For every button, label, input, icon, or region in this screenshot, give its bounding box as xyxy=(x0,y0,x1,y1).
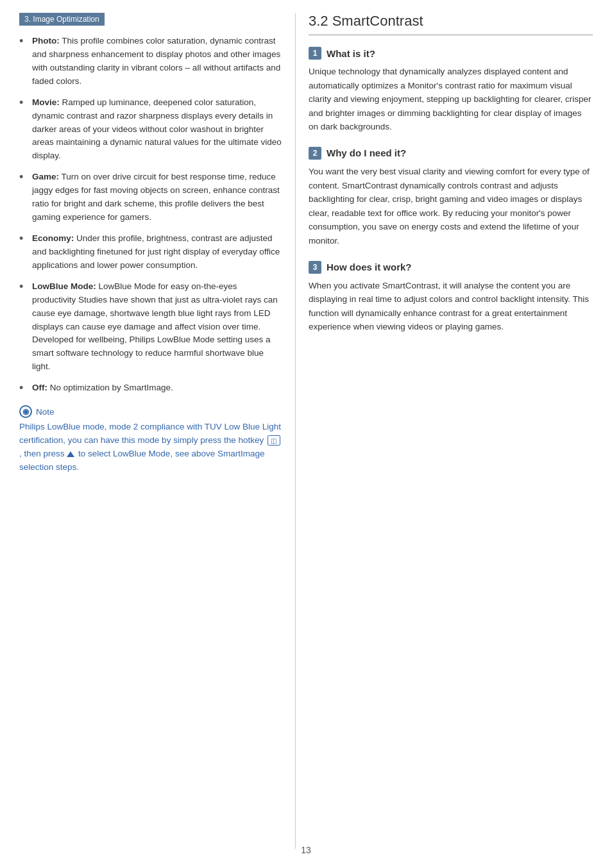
list-item-text: Photo: This profile combines color satur… xyxy=(32,35,282,88)
bullet-dot: • xyxy=(19,233,28,244)
bullet-dot: • xyxy=(19,281,28,292)
list-item-text: Game: Turn on over drive circuit for bes… xyxy=(32,171,282,224)
list-item-text: Economy: Under this profile, brightness,… xyxy=(32,232,282,272)
heading-3: 3 How does it work? xyxy=(309,261,593,274)
heading-text-2: Why do I need it? xyxy=(327,147,406,158)
page-number: 13 xyxy=(301,845,311,855)
para-1: Unique technology that dynamically analy… xyxy=(309,65,593,134)
note-text: Philips LowBlue mode, mode 2 compliance … xyxy=(19,421,282,474)
arrow-up-icon xyxy=(67,451,74,457)
note-icon: ◉ xyxy=(19,405,32,418)
bullet-dot: • xyxy=(19,382,28,394)
heading-1: 1 What is it? xyxy=(309,47,593,60)
heading-2: 2 Why do I need it? xyxy=(309,147,593,160)
bullet-list: • Photo: This profile combines color sat… xyxy=(19,35,282,395)
bullet-dot: • xyxy=(19,35,28,47)
section-header-bar: 3. Image Optimization xyxy=(19,13,105,26)
list-item-economy: • Economy: Under this profile, brightnes… xyxy=(19,232,282,272)
note-block: ◉ Note Philips LowBlue mode, mode 2 comp… xyxy=(19,405,282,474)
para-2: You want the very best visual clarity an… xyxy=(309,165,593,248)
list-item-text: LowBlue Mode: LowBlue Mode for easy on-t… xyxy=(32,280,282,374)
list-item-text: Movie: Ramped up luminance, deepened col… xyxy=(32,96,282,163)
para-3: When you activate SmartContrast, it will… xyxy=(309,279,593,334)
bullet-dot: • xyxy=(19,171,28,183)
list-item-text: Off: No optimization by SmartImage. xyxy=(32,381,173,395)
bullet-dot: • xyxy=(19,97,28,108)
num-badge-2: 2 xyxy=(309,147,321,160)
heading-text-1: What is it? xyxy=(327,48,375,59)
hotkey-icon: ◫ xyxy=(268,435,280,446)
num-badge-3: 3 xyxy=(309,261,321,274)
list-item-off: • Off: No optimization by SmartImage. xyxy=(19,381,282,395)
note-icon-row: ◉ Note xyxy=(19,405,282,418)
num-badge-1: 1 xyxy=(309,47,321,60)
note-label: Note xyxy=(36,407,55,417)
list-item-game: • Game: Turn on over drive circuit for b… xyxy=(19,171,282,224)
section-title: 3.2 SmartContrast xyxy=(309,13,593,35)
right-column: 3.2 SmartContrast 1 What is it? Unique t… xyxy=(295,13,612,849)
list-item-photo: • Photo: This profile combines color sat… xyxy=(19,35,282,88)
list-item-lowblue: • LowBlue Mode: LowBlue Mode for easy on… xyxy=(19,280,282,374)
list-item-movie: • Movie: Ramped up luminance, deepened c… xyxy=(19,96,282,163)
heading-text-3: How does it work? xyxy=(327,262,412,272)
